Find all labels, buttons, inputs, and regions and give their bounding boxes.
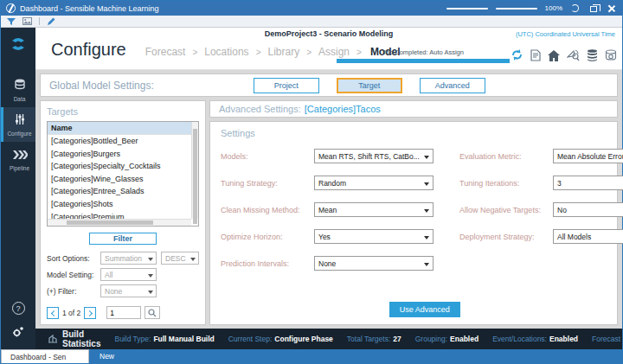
data-connection-icon[interactable] <box>605 49 617 65</box>
optimize-horizon-select[interactable]: Yes <box>314 229 434 244</box>
optimize-horizon-label: Optimize Horizon: <box>221 233 314 241</box>
prediction-intervals-label: Prediction Intervals: <box>221 259 314 268</box>
prediction-intervals-select[interactable]: None <box>314 256 434 271</box>
chevron-down-icon <box>148 258 153 261</box>
database-icon <box>14 79 26 94</box>
project-button[interactable]: Project <box>254 78 319 93</box>
chevron-down-icon <box>190 258 196 261</box>
search-icon[interactable] <box>145 306 160 319</box>
target-button[interactable]: Target <box>337 78 402 93</box>
stat-total-targets: Total Targets:27 <box>347 335 401 343</box>
edit-icon[interactable] <box>47 17 55 26</box>
chevron-down-icon <box>424 156 429 159</box>
tab-new[interactable]: New <box>89 349 125 363</box>
sidebar-item-label: Configure <box>7 131 31 137</box>
evaluation-metric-select[interactable]: Mean Absolute Error <box>553 149 623 163</box>
app-window: Dashboard - Sensible Machine Learning 10… <box>0 0 623 364</box>
target-row[interactable]: [Categories]Wine_Glasses <box>48 173 198 186</box>
breadcrumb-separator: > <box>306 48 312 57</box>
timezone-label: (UTC) Coordinated Universal Time <box>516 30 615 38</box>
sync-icon[interactable] <box>511 48 523 65</box>
restore-window-icon[interactable] <box>588 3 599 14</box>
build-statistics-icon <box>48 334 58 345</box>
breadcrumb-forecast[interactable]: Forecast <box>145 46 186 58</box>
sidebar-item-configure[interactable]: Configure <box>1 107 35 142</box>
clean-missing-method-select[interactable]: Mean <box>314 202 434 217</box>
chevron-down-icon <box>424 209 429 213</box>
job-progress-bar <box>337 59 510 63</box>
audit-icon[interactable] <box>567 49 580 65</box>
toolbar-divider <box>39 17 40 25</box>
allow-negative-targets-select[interactable]: No <box>553 202 623 217</box>
tuning-strategy-select[interactable]: Random <box>314 176 434 190</box>
screenshot-icon[interactable] <box>22 17 32 25</box>
sidebar-item-pipeline[interactable]: Pipeline <box>1 142 35 176</box>
refresh-window-icon[interactable] <box>570 3 581 14</box>
sort-direction-select[interactable]: DESC <box>161 252 199 265</box>
stat-event-locations: Event/Locations:Enabled <box>492 335 578 343</box>
tuning-iterations-label: Tuning Iterations: <box>459 179 553 188</box>
prev-page-button[interactable] <box>47 307 59 319</box>
horizontal-scrollbar[interactable] <box>48 219 191 226</box>
page-title: Configure <box>51 40 126 60</box>
allow-negative-targets-label: Allow Negative Targets: <box>459 206 553 214</box>
model-setting-select[interactable]: All <box>100 268 157 281</box>
build-statistics-title: Build Statistics <box>62 329 100 348</box>
global-model-settings-panel: Global Model Settings: Project Target Ad… <box>40 73 618 97</box>
brand-logo-icon <box>9 35 28 57</box>
stat-current-step: Current Step:Configure Phase <box>228 335 333 343</box>
help-icon[interactable]: ? <box>12 302 25 315</box>
advanced-settings-title: Advanced Settings: <box>219 104 301 114</box>
sort-options-select[interactable]: Summation <box>100 252 157 265</box>
close-window-icon[interactable] <box>607 3 617 14</box>
window-title: Dashboard - Sensible Machine Learning <box>20 4 159 13</box>
sidebar-item-label: Pipeline <box>10 165 29 171</box>
use-advanced-button[interactable]: Use Advanced <box>389 302 460 317</box>
deployment-strategy-select[interactable]: All Models <box>553 229 623 244</box>
page-search-input[interactable] <box>106 306 141 319</box>
tab-dashboard[interactable]: Dashboard - Sen <box>1 349 89 363</box>
deployment-strategy-label: Deployment Strategy: <box>459 233 553 241</box>
sidebar-item-data[interactable]: Data <box>1 73 35 107</box>
breadcrumb-separator: > <box>192 48 197 57</box>
plus-filter-select[interactable]: None <box>100 284 157 297</box>
zoom-level: 100% <box>545 4 562 12</box>
zoom-slider-left[interactable] <box>446 8 488 10</box>
tuning-iterations-select[interactable]: 3 <box>553 176 623 190</box>
stat-build-type: Build Type:Full Manual Build <box>114 335 214 343</box>
settings-gear-icon[interactable] <box>11 325 25 342</box>
vertical-scrollbar[interactable] <box>191 122 198 219</box>
advanced-button[interactable]: Advanced <box>420 78 485 93</box>
target-row[interactable]: [Categories]Shots <box>48 198 198 211</box>
breadcrumb-locations[interactable]: Locations <box>204 46 248 58</box>
target-row[interactable]: [Categories]Entree_Salads <box>48 185 198 198</box>
database-stack-icon[interactable] <box>587 49 598 65</box>
models-label: Models: <box>221 152 314 161</box>
sidebar-item-label: Data <box>14 96 26 102</box>
filter-button[interactable]: Filter <box>89 233 157 245</box>
page-header: DemoProject3 - Scenario Modeling Configu… <box>35 28 622 70</box>
breadcrumb-library[interactable]: Library <box>267 46 299 58</box>
taskbar: Dashboard - Sen New <box>1 349 622 363</box>
column-header-name[interactable]: Name <box>48 122 198 135</box>
advanced-settings-header: Advanced Settings: [Categories]Tacos <box>209 100 618 118</box>
filter-icon[interactable] <box>7 17 16 26</box>
report-icon[interactable] <box>530 49 541 65</box>
target-row[interactable]: [Categories]Burgers <box>48 148 198 161</box>
target-row[interactable]: [Categories]Specialty_Cocktails <box>48 160 198 173</box>
models-select[interactable]: Mean RTS, Shift RTS, CatBo... <box>314 149 434 163</box>
breadcrumb-separator: > <box>256 48 261 57</box>
targets-panel: Targets Name [Categories]Bottled_Beer [C… <box>40 100 206 325</box>
global-settings-label: Global Model Settings: <box>49 80 154 92</box>
settings-section-title: Settings <box>221 128 607 138</box>
zoom-slider-right[interactable] <box>496 8 537 10</box>
chevron-down-icon <box>148 291 153 294</box>
targets-list: Name [Categories]Bottled_Beer [Categorie… <box>47 121 199 227</box>
next-page-button[interactable] <box>84 307 96 319</box>
target-row[interactable]: [Categories]Bottled_Beer <box>48 135 198 148</box>
plus-filter-label: (+) Filter: <box>47 287 100 296</box>
page-info: 1 of 2 <box>62 309 80 317</box>
chevron-down-icon <box>424 182 429 186</box>
job-status-text: Job Completed: Auto Assign <box>337 48 510 56</box>
home-icon[interactable] <box>548 49 560 65</box>
